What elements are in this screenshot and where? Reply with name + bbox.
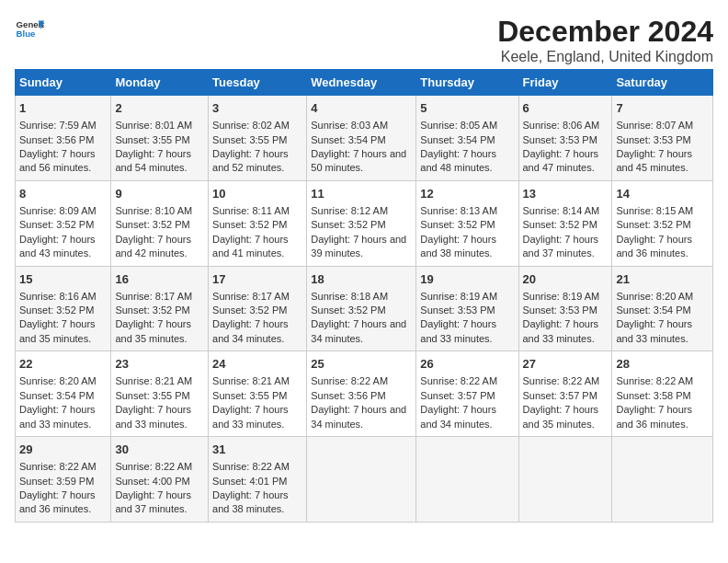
sunset: Sunset: 3:54 PM <box>311 134 385 145</box>
sunset: Sunset: 3:57 PM <box>523 390 597 401</box>
main-title: December 2024 <box>497 15 713 49</box>
daylight: Daylight: 7 hours and 35 minutes. <box>115 318 191 343</box>
calendar-cell: 31Sunrise: 8:22 AMSunset: 4:01 PMDayligh… <box>209 437 307 523</box>
daylight: Daylight: 7 hours and 33 minutes. <box>212 404 289 429</box>
daylight: Daylight: 7 hours and 50 minutes. <box>311 148 406 173</box>
sunrise: Sunrise: 8:22 AM <box>311 375 388 386</box>
calendar-cell <box>416 437 518 523</box>
sunset: Sunset: 3:52 PM <box>616 219 690 230</box>
sunset: Sunset: 4:00 PM <box>115 476 189 487</box>
sunset: Sunset: 3:56 PM <box>311 390 385 401</box>
calendar-week-5: 29Sunrise: 8:22 AMSunset: 3:59 PMDayligh… <box>16 437 713 523</box>
calendar-cell: 18Sunrise: 8:18 AMSunset: 3:52 PMDayligh… <box>307 266 416 351</box>
sunrise: Sunrise: 8:21 AM <box>115 375 192 386</box>
calendar-cell: 26Sunrise: 8:22 AMSunset: 3:57 PMDayligh… <box>416 351 518 437</box>
calendar-cell: 19Sunrise: 8:19 AMSunset: 3:53 PMDayligh… <box>416 266 518 351</box>
calendar-cell: 12Sunrise: 8:13 AMSunset: 3:52 PMDayligh… <box>416 180 518 266</box>
sunrise: Sunrise: 8:11 AM <box>212 205 290 216</box>
daylight: Daylight: 7 hours and 33 minutes. <box>420 318 496 343</box>
daylight: Daylight: 7 hours and 45 minutes. <box>616 148 692 173</box>
sunset: Sunset: 3:52 PM <box>19 219 94 230</box>
sunrise: Sunrise: 8:02 AM <box>212 120 290 131</box>
sunset: Sunset: 3:52 PM <box>523 219 597 230</box>
calendar-cell <box>307 437 416 523</box>
sunrise: Sunrise: 8:07 AM <box>616 120 693 131</box>
daylight: Daylight: 7 hours and 37 minutes. <box>115 489 191 514</box>
day-number: 1 <box>19 100 107 117</box>
daylight: Daylight: 7 hours and 54 minutes. <box>115 148 191 173</box>
sunset: Sunset: 3:55 PM <box>115 134 189 145</box>
daylight: Daylight: 7 hours and 37 minutes. <box>523 234 599 259</box>
sunset: Sunset: 3:55 PM <box>115 390 189 401</box>
col-header-wednesday: Wednesday <box>307 70 416 96</box>
sunset: Sunset: 3:52 PM <box>19 304 94 316</box>
daylight: Daylight: 7 hours and 34 minutes. <box>420 404 496 429</box>
sunset: Sunset: 3:52 PM <box>212 219 287 230</box>
sunset: Sunset: 3:52 PM <box>115 219 189 230</box>
sunset: Sunset: 4:01 PM <box>212 476 287 487</box>
calendar-cell: 21Sunrise: 8:20 AMSunset: 3:54 PMDayligh… <box>612 266 713 351</box>
daylight: Daylight: 7 hours and 39 minutes. <box>311 234 406 259</box>
sunset: Sunset: 3:57 PM <box>420 390 495 401</box>
day-number: 4 <box>311 100 412 117</box>
sunset: Sunset: 3:54 PM <box>420 134 495 145</box>
svg-text:Blue: Blue <box>17 29 36 39</box>
calendar-cell: 11Sunrise: 8:12 AMSunset: 3:52 PMDayligh… <box>307 180 416 266</box>
calendar-cell: 23Sunrise: 8:21 AMSunset: 3:55 PMDayligh… <box>111 351 209 437</box>
day-number: 17 <box>212 271 302 288</box>
day-number: 9 <box>115 186 204 202</box>
header: General Blue December 2024 Keele, Englan… <box>15 15 713 65</box>
sunrise: Sunrise: 8:12 AM <box>311 205 388 216</box>
col-header-friday: Friday <box>518 70 612 96</box>
sunset: Sunset: 3:56 PM <box>19 134 94 145</box>
sunrise: Sunrise: 8:17 AM <box>115 291 192 302</box>
calendar-week-1: 1Sunrise: 7:59 AMSunset: 3:56 PMDaylight… <box>16 96 713 181</box>
sunset: Sunset: 3:52 PM <box>212 304 287 316</box>
calendar-cell: 10Sunrise: 8:11 AMSunset: 3:52 PMDayligh… <box>209 180 307 266</box>
sunset: Sunset: 3:55 PM <box>212 390 287 401</box>
col-header-saturday: Saturday <box>612 70 713 96</box>
day-number: 30 <box>115 442 204 458</box>
sunrise: Sunrise: 8:15 AM <box>616 205 693 216</box>
calendar-cell: 29Sunrise: 8:22 AMSunset: 3:59 PMDayligh… <box>16 437 111 523</box>
day-number: 26 <box>420 356 514 373</box>
sunrise: Sunrise: 8:19 AM <box>420 291 497 302</box>
sunrise: Sunrise: 8:20 AM <box>19 375 97 386</box>
daylight: Daylight: 7 hours and 36 minutes. <box>19 489 96 514</box>
daylight: Daylight: 7 hours and 33 minutes. <box>19 404 96 429</box>
calendar-cell: 22Sunrise: 8:20 AMSunset: 3:54 PMDayligh… <box>16 351 111 437</box>
calendar-cell: 4Sunrise: 8:03 AMSunset: 3:54 PMDaylight… <box>307 96 416 181</box>
sunrise: Sunrise: 8:13 AM <box>420 205 497 216</box>
calendar-cell: 24Sunrise: 8:21 AMSunset: 3:55 PMDayligh… <box>209 351 307 437</box>
sunrise: Sunrise: 8:22 AM <box>19 461 97 472</box>
day-number: 18 <box>311 271 412 288</box>
daylight: Daylight: 7 hours and 47 minutes. <box>523 148 599 173</box>
sunrise: Sunrise: 8:22 AM <box>523 375 600 386</box>
calendar-cell: 30Sunrise: 8:22 AMSunset: 4:00 PMDayligh… <box>111 437 209 523</box>
sunrise: Sunrise: 8:21 AM <box>212 375 290 386</box>
day-number: 20 <box>523 271 609 288</box>
subtitle: Keele, England, United Kingdom <box>497 49 713 65</box>
day-number: 12 <box>420 186 514 202</box>
daylight: Daylight: 7 hours and 41 minutes. <box>212 234 289 259</box>
day-number: 16 <box>115 271 204 288</box>
daylight: Daylight: 7 hours and 34 minutes. <box>311 318 406 343</box>
daylight: Daylight: 7 hours and 42 minutes. <box>115 234 191 259</box>
day-number: 13 <box>523 186 609 202</box>
sunset: Sunset: 3:54 PM <box>19 390 94 401</box>
calendar-cell: 14Sunrise: 8:15 AMSunset: 3:52 PMDayligh… <box>612 180 713 266</box>
calendar-cell: 8Sunrise: 8:09 AMSunset: 3:52 PMDaylight… <box>16 180 111 266</box>
calendar-table: SundayMondayTuesdayWednesdayThursdayFrid… <box>15 69 713 523</box>
day-number: 21 <box>616 271 709 288</box>
sunrise: Sunrise: 8:06 AM <box>523 120 600 131</box>
calendar-cell: 13Sunrise: 8:14 AMSunset: 3:52 PMDayligh… <box>518 180 612 266</box>
col-header-tuesday: Tuesday <box>209 70 307 96</box>
calendar-cell: 1Sunrise: 7:59 AMSunset: 3:56 PMDaylight… <box>16 96 111 181</box>
daylight: Daylight: 7 hours and 43 minutes. <box>19 234 96 259</box>
col-header-sunday: Sunday <box>16 70 111 96</box>
sunset: Sunset: 3:53 PM <box>420 304 495 316</box>
day-number: 23 <box>115 356 204 373</box>
day-number: 11 <box>311 186 412 202</box>
daylight: Daylight: 7 hours and 52 minutes. <box>212 148 289 173</box>
daylight: Daylight: 7 hours and 34 minutes. <box>212 318 289 343</box>
